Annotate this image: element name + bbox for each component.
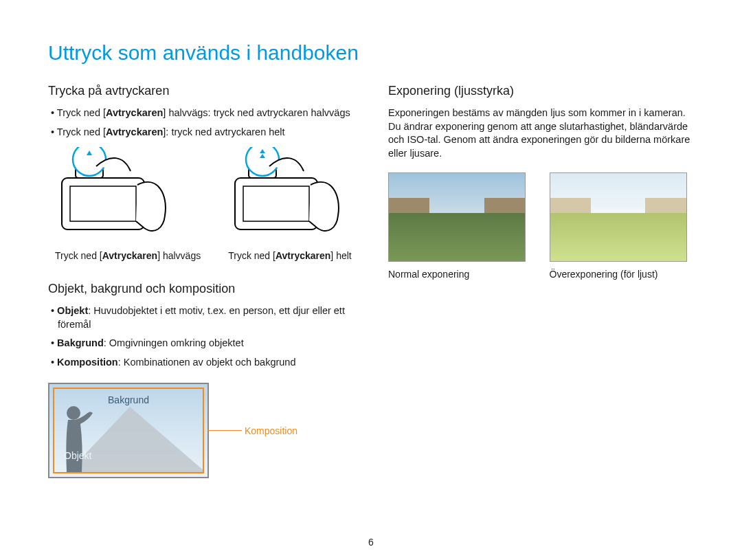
svg-rect-1 — [70, 186, 136, 221]
label-komposition: Komposition — [245, 425, 297, 436]
text-bold: Avtryckaren — [106, 126, 163, 137]
svg-point-13 — [67, 406, 80, 420]
photo-overexposed — [550, 172, 687, 262]
text-bold: Avtryckaren — [106, 107, 163, 118]
text: ] halvvägs — [157, 250, 201, 261]
exposure-paragraph: Exponeringen bestäms av mängden ljus som… — [388, 107, 694, 160]
page-title: Uttryck som används i handboken — [48, 41, 694, 65]
caption-over: Överexponering (för ljust) — [550, 269, 695, 280]
caption-full-press: Tryck ned [Avtryckaren] helt — [228, 250, 352, 261]
composition-bullets: Objekt: Huvudobjektet i ett motiv, t.ex.… — [48, 304, 354, 369]
text: Tryck ned [ — [57, 126, 106, 137]
text: Tryck ned [ — [228, 250, 276, 261]
caption-half-press: Tryck ned [Avtryckaren] halvvägs — [55, 250, 201, 261]
text: Tryck ned [ — [55, 250, 102, 261]
person-silhouette-icon — [58, 403, 100, 472]
bullet-half-press: Tryck ned [Avtryckaren] halvvägs: tryck … — [51, 107, 354, 120]
label-bakgrund: Bakgrund — [108, 394, 149, 405]
text-bold: Objekt — [57, 305, 88, 316]
text-bold: Avtryckaren — [276, 250, 330, 261]
camera-half-press-icon — [55, 147, 179, 243]
right-column: Exponering (ljusstyrka) Exponeringen bes… — [388, 84, 694, 478]
text: ] helt — [330, 250, 351, 261]
photo-normal — [388, 172, 526, 262]
figure-normal-exposure: Normal exponering — [388, 172, 533, 280]
callout-line — [207, 430, 242, 431]
text: : Kombinationen av objekt och bakgrund — [118, 357, 296, 368]
figure-half-press: Tryck ned [Avtryckaren] halvvägs — [55, 147, 201, 261]
bullet-full-press: Tryck ned [Avtryckaren]: tryck ned avtry… — [51, 126, 354, 139]
text: : Huvudobjektet i ett motiv, t.ex. en pe… — [58, 305, 345, 330]
composition-diagram: Bakgrund Objekt Komposition — [48, 383, 209, 478]
text-bold: Komposition — [57, 357, 118, 368]
figure-full-press: Tryck ned [Avtryckaren] helt — [228, 147, 352, 261]
text: ]: tryck ned avtryckaren helt — [163, 126, 284, 137]
content-columns: Trycka på avtryckaren Tryck ned [Avtryck… — [48, 84, 694, 478]
camera-full-press-icon — [228, 147, 352, 243]
figure-overexposure: Överexponering (för ljust) — [550, 172, 695, 280]
text-bold: Avtryckaren — [102, 250, 157, 261]
bullet-objekt: Objekt: Huvudobjektet i ett motiv, t.ex.… — [51, 304, 354, 331]
shutter-bullets: Tryck ned [Avtryckaren] halvvägs: tryck … — [48, 107, 354, 139]
text-bold: Bakgrund — [57, 337, 104, 348]
left-column: Trycka på avtryckaren Tryck ned [Avtryck… — [48, 84, 354, 478]
page-number: 6 — [368, 537, 374, 548]
exposure-heading: Exponering (ljusstyrka) — [388, 84, 694, 98]
shutter-illustrations: Tryck ned [Avtryckaren] halvvägs T — [55, 147, 354, 261]
bullet-komposition: Komposition: Kombinationen av objekt och… — [51, 356, 354, 370]
bullet-bakgrund: Bakgrund: Omgivningen omkring objektet — [51, 337, 354, 350]
text: : Omgivningen omkring objektet — [104, 337, 244, 348]
svg-rect-7 — [243, 186, 309, 221]
caption-normal: Normal exponering — [388, 269, 533, 280]
shutter-heading: Trycka på avtryckaren — [48, 84, 354, 98]
composition-callout: Komposition — [207, 425, 297, 436]
composition-frame: Bakgrund Objekt — [53, 388, 204, 473]
text: ] halvvägs: tryck ned avtryckaren halvvä… — [163, 107, 350, 118]
composition-heading: Objekt, bakgrund och komposition — [48, 282, 354, 296]
label-objekt: Objekt — [64, 450, 91, 461]
text: Tryck ned [ — [57, 107, 106, 118]
exposure-examples: Normal exponering Överexponering (för lj… — [388, 172, 694, 280]
